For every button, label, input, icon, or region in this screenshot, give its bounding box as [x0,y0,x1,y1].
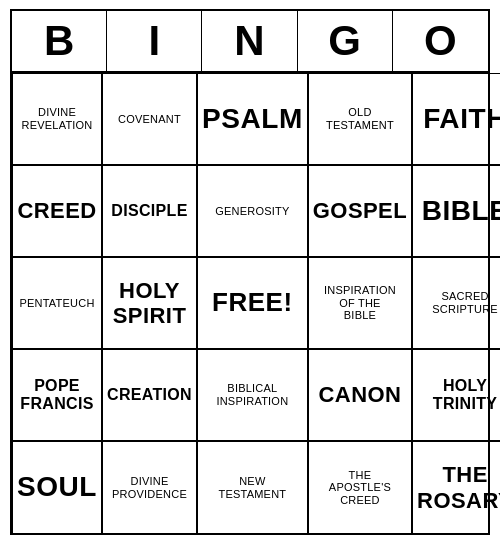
bingo-cell: POPE FRANCIS [12,349,102,441]
header-letter: I [107,11,202,71]
cell-label: PSALM [202,103,303,135]
bingo-cell: FREE! [197,257,308,349]
cell-label: BIBLE [422,195,500,227]
cell-label: FREE! [212,288,293,318]
bingo-card: BINGO DIVINE REVELATIONCOVENANTPSALMOLD … [10,9,490,535]
cell-label: GENEROSITY [215,205,289,218]
cell-label: DIVINE PROVIDENCE [112,475,187,500]
cell-label: NEW TESTAMENT [218,475,286,500]
bingo-cell: HOLY TRINITY [412,349,500,441]
header-letter: N [202,11,297,71]
bingo-cell: GOSPEL [308,165,412,257]
bingo-cell: SOUL [12,441,102,533]
bingo-cell: GENEROSITY [197,165,308,257]
cell-label: THE ROSARY [417,462,500,513]
bingo-cell: CANON [308,349,412,441]
cell-label: SOUL [17,471,97,503]
cell-label: HOLY TRINITY [433,377,497,414]
bingo-header: BINGO [12,11,488,73]
cell-label: INSPIRATION OF THE BIBLE [324,284,396,322]
cell-label: OLD TESTAMENT [326,106,394,131]
bingo-cell: THE ROSARY [412,441,500,533]
bingo-cell: CREATION [102,349,197,441]
bingo-cell: HOLY SPIRIT [102,257,197,349]
bingo-cell: BIBLE [412,165,500,257]
cell-label: HOLY SPIRIT [113,278,187,329]
bingo-cell: DISCIPLE [102,165,197,257]
cell-label: FAITH [423,103,500,135]
header-letter: O [393,11,488,71]
bingo-cell: PENTATEUCH [12,257,102,349]
cell-label: DISCIPLE [111,202,187,220]
bingo-cell: INSPIRATION OF THE BIBLE [308,257,412,349]
bingo-cell: BIBLICAL INSPIRATION [197,349,308,441]
cell-label: PENTATEUCH [19,297,94,310]
cell-label: THE APOSTLE'S CREED [329,469,391,507]
cell-label: COVENANT [118,113,181,126]
cell-label: CREED [17,198,96,223]
bingo-cell: PSALM [197,73,308,165]
bingo-cell: SACRED SCRIPTURE [412,257,500,349]
bingo-cell: NEW TESTAMENT [197,441,308,533]
bingo-cell: THE APOSTLE'S CREED [308,441,412,533]
cell-label: SACRED SCRIPTURE [432,290,498,315]
cell-label: CREATION [107,386,192,404]
bingo-cell: FAITH [412,73,500,165]
cell-label: DIVINE REVELATION [21,106,92,131]
cell-label: POPE FRANCIS [20,377,93,414]
cell-label: GOSPEL [313,198,407,223]
cell-label: BIBLICAL INSPIRATION [216,382,288,407]
bingo-cell: OLD TESTAMENT [308,73,412,165]
bingo-grid: DIVINE REVELATIONCOVENANTPSALMOLD TESTAM… [12,73,488,533]
bingo-cell: DIVINE REVELATION [12,73,102,165]
bingo-cell: DIVINE PROVIDENCE [102,441,197,533]
bingo-cell: CREED [12,165,102,257]
header-letter: G [298,11,393,71]
bingo-cell: COVENANT [102,73,197,165]
cell-label: CANON [319,382,402,407]
header-letter: B [12,11,107,71]
